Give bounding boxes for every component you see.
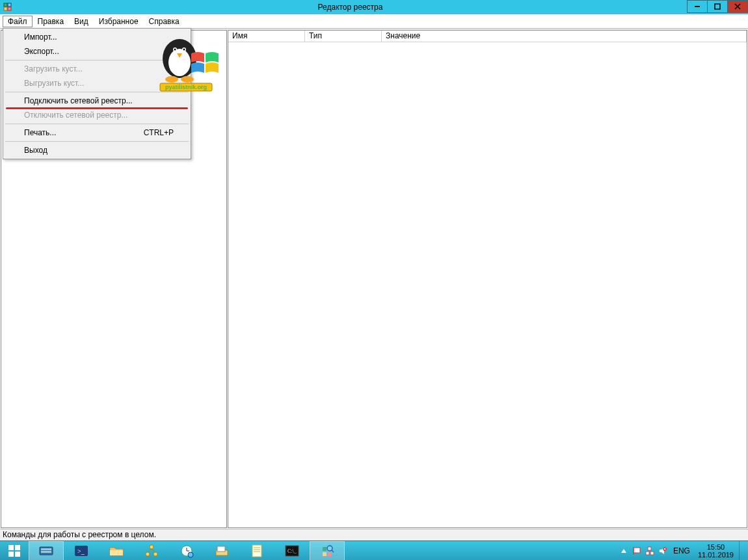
show-desktop-button[interactable] <box>739 541 744 561</box>
menu-edit[interactable]: Правка <box>33 16 70 27</box>
svg-rect-21 <box>8 552 14 557</box>
registry-values-pane[interactable]: Имя Тип Значение <box>228 30 747 528</box>
task-clock[interactable] <box>169 541 204 561</box>
menu-view[interactable]: Вид <box>69 16 94 27</box>
svg-rect-3 <box>8 7 11 10</box>
shortcut-label: CTRL+P <box>144 128 174 137</box>
svg-rect-2 <box>4 7 7 10</box>
tray-language[interactable]: ENG <box>671 546 693 555</box>
menu-help[interactable]: Справка <box>144 16 185 27</box>
column-value[interactable]: Значение <box>382 31 747 42</box>
menu-item-unload-hive: Выгрузить куст... <box>5 76 189 90</box>
svg-rect-49 <box>328 552 332 556</box>
menu-item-disconnect-network-registry: Отключить сетевой реестр... <box>5 108 189 122</box>
svg-rect-39 <box>217 546 225 552</box>
menu-separator <box>5 92 189 92</box>
svg-line-6 <box>735 4 740 9</box>
menu-bar: Файл Правка Вид Избранное Справка <box>0 14 748 29</box>
svg-point-29 <box>150 545 154 549</box>
svg-rect-24 <box>41 548 51 550</box>
task-network[interactable] <box>134 541 169 561</box>
status-bar: Команды для работы с реестром в целом. <box>0 529 748 540</box>
task-notepad[interactable] <box>239 541 274 561</box>
menu-item-export[interactable]: Экспорт... <box>5 44 189 59</box>
svg-line-33 <box>152 549 155 552</box>
tray-flag-icon[interactable] <box>632 546 642 556</box>
svg-point-37 <box>188 552 193 557</box>
list-header: Имя Тип Значение <box>228 31 747 42</box>
menu-separator <box>5 124 189 124</box>
window-titlebar: Редактор реестра <box>0 0 748 14</box>
task-server-manager[interactable] <box>29 541 64 561</box>
regedit-icon <box>3 2 13 12</box>
svg-rect-25 <box>41 551 51 553</box>
menu-file[interactable]: Файл <box>3 16 33 27</box>
minimize-button[interactable] <box>687 0 708 13</box>
svg-rect-46 <box>323 547 327 551</box>
menu-item-exit[interactable]: Выход <box>5 143 189 157</box>
svg-point-31 <box>154 552 157 556</box>
system-tray: ENG 15:50 11.01.2019 <box>619 541 748 560</box>
file-menu-dropdown: Импорт... Экспорт... Загрузить куст... В… <box>3 28 191 159</box>
status-text: Команды для работы с реестром в целом. <box>3 530 156 539</box>
tray-date: 11.01.2019 <box>698 551 734 559</box>
svg-rect-20 <box>15 545 20 550</box>
svg-rect-55 <box>646 552 649 555</box>
svg-rect-1 <box>8 3 11 7</box>
start-button[interactable] <box>0 541 29 561</box>
task-cmd[interactable]: C:\_ <box>274 541 310 561</box>
svg-rect-57 <box>648 547 651 550</box>
svg-rect-5 <box>715 4 720 9</box>
svg-rect-40 <box>252 545 261 557</box>
menu-item-load-hive: Загрузить куст... <box>5 62 189 76</box>
tray-volume-icon[interactable] <box>658 546 668 556</box>
task-regedit[interactable] <box>310 541 345 561</box>
tray-network-icon[interactable] <box>645 546 655 556</box>
svg-line-7 <box>735 4 740 9</box>
svg-rect-53 <box>634 548 640 553</box>
column-type[interactable]: Тип <box>305 31 382 42</box>
tray-up-icon[interactable] <box>619 546 629 556</box>
svg-line-32 <box>148 549 152 552</box>
svg-rect-28 <box>110 550 123 555</box>
svg-rect-0 <box>4 3 7 7</box>
column-name[interactable]: Имя <box>228 31 305 42</box>
maximize-button[interactable] <box>707 0 728 13</box>
window-title: Редактор реестра <box>13 3 688 12</box>
task-powershell[interactable]: >_ <box>64 541 99 561</box>
svg-point-30 <box>146 552 150 556</box>
tray-time: 15:50 <box>698 543 734 551</box>
tray-clock[interactable]: 15:50 11.01.2019 <box>695 543 736 559</box>
taskbar: >_ C:\_ ENG 15:50 11.01.2019 <box>0 540 748 560</box>
svg-text:C:\_: C:\_ <box>287 548 297 554</box>
menu-item-import[interactable]: Импорт... <box>5 30 189 44</box>
svg-rect-56 <box>650 552 654 555</box>
menu-favorites[interactable]: Избранное <box>94 16 144 27</box>
close-button[interactable] <box>727 0 748 13</box>
svg-text:>_: >_ <box>77 548 85 555</box>
svg-rect-19 <box>8 545 14 550</box>
menu-separator <box>5 60 189 60</box>
menu-separator <box>5 141 189 142</box>
menu-item-connect-network-registry[interactable]: Подключить сетевой реестр... <box>5 94 189 108</box>
svg-rect-22 <box>15 552 20 557</box>
menu-item-print[interactable]: Печать...CTRL+P <box>5 126 189 140</box>
task-explorer[interactable] <box>99 541 134 561</box>
svg-marker-52 <box>621 549 626 553</box>
svg-rect-48 <box>323 552 327 556</box>
task-app-1[interactable] <box>204 541 239 561</box>
svg-line-51 <box>332 550 334 552</box>
